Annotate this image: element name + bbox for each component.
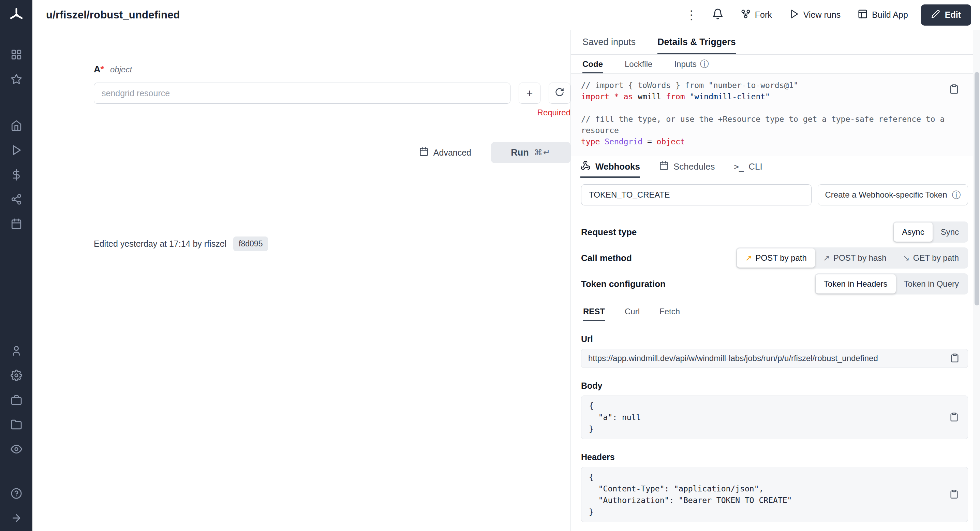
view-runs-label: View runs bbox=[803, 10, 840, 20]
sidebar-collapse-toggle[interactable] bbox=[0, 506, 32, 531]
sidebar-item-apps[interactable] bbox=[0, 43, 32, 68]
sidebar-item-help[interactable] bbox=[0, 482, 32, 506]
briefcase-icon bbox=[11, 394, 22, 407]
copy-body-button[interactable] bbox=[948, 411, 960, 424]
sidebar-item-runs[interactable] bbox=[0, 139, 32, 163]
create-webhook-token-button[interactable]: Create a Webhook-specific Token ⓘ bbox=[818, 184, 968, 206]
option-token-in-query[interactable]: Token in Query bbox=[896, 274, 967, 293]
top-header: u/rfiszel/robust_undefined ⋮ Fork View r… bbox=[32, 0, 980, 30]
run-shortcut: ⌘↵ bbox=[535, 148, 551, 157]
calendar-icon bbox=[419, 147, 429, 158]
fork-label: Fork bbox=[755, 10, 772, 20]
advanced-button[interactable]: Advanced bbox=[414, 144, 476, 162]
info-icon: ⓘ bbox=[700, 58, 709, 70]
content: A* object + Required Advanced bbox=[32, 30, 980, 531]
sidebar-item-schedules[interactable] bbox=[0, 212, 32, 237]
sidebar-item-settings[interactable] bbox=[0, 364, 32, 388]
dollar-icon bbox=[11, 169, 22, 182]
request-type-row: Request type Async Sync bbox=[581, 222, 968, 242]
run-label: Run bbox=[511, 147, 528, 158]
body-json: { "a": null } bbox=[589, 400, 948, 435]
details-panel: Saved inputs Details & Triggers Code Loc… bbox=[571, 30, 980, 531]
webhooks-label: Webhooks bbox=[595, 161, 640, 172]
tab-saved-inputs[interactable]: Saved inputs bbox=[582, 30, 636, 54]
tab-curl[interactable]: Curl bbox=[625, 302, 640, 321]
more-options-button[interactable]: ⋮ bbox=[684, 5, 699, 25]
version-badge: f8d095 bbox=[233, 236, 268, 251]
sidebar-item-users[interactable] bbox=[0, 339, 32, 364]
page-title: u/rfiszel/robust_undefined bbox=[46, 9, 180, 21]
sidebar-item-audit-logs[interactable] bbox=[0, 437, 32, 462]
tab-cli[interactable]: >_ CLI bbox=[734, 156, 762, 178]
option-token-in-headers[interactable]: Token in Headers bbox=[816, 274, 896, 293]
advanced-label: Advanced bbox=[433, 148, 471, 158]
layout-grid-icon bbox=[858, 9, 868, 21]
run-button[interactable]: Run ⌘↵ bbox=[491, 142, 571, 163]
reset-button[interactable] bbox=[549, 83, 571, 104]
field-label-row: A* object bbox=[94, 64, 571, 76]
add-property-button[interactable]: + bbox=[519, 83, 541, 104]
tab-details-triggers[interactable]: Details & Triggers bbox=[657, 30, 736, 54]
refresh-icon bbox=[555, 87, 564, 100]
gear-icon bbox=[11, 370, 22, 383]
build-app-button[interactable]: Build App bbox=[853, 5, 912, 25]
tab-code[interactable]: Code bbox=[582, 54, 603, 73]
sidebar-item-folders[interactable] bbox=[0, 413, 32, 437]
token-configuration-row: Token configuration Token in Headers Tok… bbox=[581, 273, 968, 295]
copy-code-button[interactable] bbox=[948, 83, 961, 97]
sidebar bbox=[0, 0, 32, 531]
argument-input-row: + bbox=[94, 83, 571, 104]
windmill-logo[interactable] bbox=[0, 6, 32, 24]
apps-grid-icon bbox=[11, 49, 22, 62]
eye-icon bbox=[11, 443, 22, 456]
tab-schedules[interactable]: Schedules bbox=[659, 156, 715, 178]
scrollbar-thumb[interactable] bbox=[975, 72, 979, 305]
notifications-button[interactable] bbox=[708, 5, 728, 25]
sidebar-item-variables[interactable] bbox=[0, 163, 32, 188]
sidebar-item-workers[interactable] bbox=[0, 388, 32, 413]
home-icon bbox=[11, 120, 22, 133]
sidebar-item-home[interactable] bbox=[0, 114, 32, 139]
option-get-by-path[interactable]: ↘ GET by path bbox=[895, 249, 967, 268]
clipboard-icon bbox=[949, 84, 959, 95]
edited-row: Edited yesterday at 17:14 by rfiszel f8d… bbox=[94, 236, 571, 251]
token-row: Create a Webhook-specific Token ⓘ bbox=[581, 184, 968, 206]
trigger-tab-bar: Webhooks Schedules >_ CLI bbox=[571, 156, 973, 178]
panel-scrollbar[interactable] bbox=[973, 30, 980, 531]
option-post-by-path[interactable]: ↗ POST by path bbox=[737, 249, 815, 268]
main-area: u/rfiszel/robust_undefined ⋮ Fork View r… bbox=[32, 0, 980, 531]
sidebar-item-flows[interactable] bbox=[0, 188, 32, 212]
help-circle-icon bbox=[11, 488, 22, 501]
snippet-tab-bar: REST Curl Fetch bbox=[571, 302, 973, 321]
field-name: A bbox=[94, 64, 100, 75]
sidebar-item-favorites[interactable] bbox=[0, 68, 32, 92]
run-form-panel: A* object + Required Advanced bbox=[32, 30, 571, 531]
clipboard-icon bbox=[950, 353, 959, 364]
argument-input[interactable] bbox=[94, 83, 511, 104]
copy-url-button[interactable] bbox=[949, 352, 961, 365]
edit-button[interactable]: Edit bbox=[921, 5, 971, 26]
cli-label: CLI bbox=[748, 161, 762, 172]
fork-button[interactable]: Fork bbox=[737, 5, 776, 25]
arrow-up-right-icon: ↗ bbox=[823, 253, 830, 263]
option-async[interactable]: Async bbox=[894, 223, 932, 242]
headers-json: { "Content-Type": "application/json", "A… bbox=[589, 471, 948, 518]
tab-lockfile[interactable]: Lockfile bbox=[625, 54, 652, 73]
token-input[interactable] bbox=[581, 184, 811, 206]
url-label: Url bbox=[581, 334, 968, 344]
option-post-by-hash[interactable]: ↗ POST by hash bbox=[815, 249, 895, 268]
webhook-icon bbox=[581, 160, 590, 173]
sidebar-group-nav bbox=[0, 114, 32, 237]
tab-fetch[interactable]: Fetch bbox=[659, 302, 680, 321]
tab-inputs-label: Inputs bbox=[674, 59, 696, 69]
field-type: object bbox=[110, 65, 132, 74]
tab-webhooks[interactable]: Webhooks bbox=[581, 156, 640, 178]
tab-rest[interactable]: REST bbox=[583, 302, 605, 321]
get-by-path-label: GET by path bbox=[913, 253, 959, 263]
option-sync[interactable]: Sync bbox=[932, 223, 967, 242]
create-token-label: Create a Webhook-specific Token bbox=[825, 190, 947, 199]
required-note: Required bbox=[94, 108, 571, 117]
view-runs-button[interactable]: View runs bbox=[785, 5, 845, 25]
copy-headers-button[interactable] bbox=[948, 488, 960, 501]
tab-inputs[interactable]: Inputs ⓘ bbox=[674, 54, 709, 73]
